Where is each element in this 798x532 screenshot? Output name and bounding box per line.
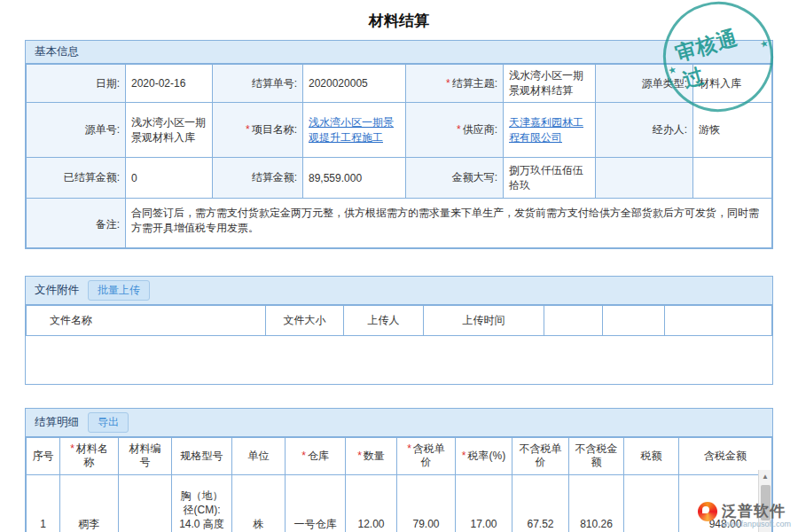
- col-qty: *数量: [346, 437, 397, 474]
- cell-qty: 12.00: [346, 474, 397, 532]
- handler-value: 游恢: [693, 103, 772, 158]
- required-mark: *: [407, 442, 411, 455]
- brand-url: www.fanpusoft.com: [722, 520, 791, 528]
- col-uploader: 上传人: [344, 306, 424, 336]
- amount-caps-value: 捌万玖仟伍佰伍拾玖: [504, 158, 596, 199]
- cell-price-with-tax: 79.00: [397, 474, 456, 532]
- details-header: 结算明细 导出: [26, 409, 772, 437]
- source-type-label: 源单类型:: [596, 65, 693, 103]
- col-file-name: 文件名称: [27, 306, 266, 336]
- attachments-panel: 文件附件 批量上传 文件名称 文件大小 上传人 上传时间: [25, 276, 773, 385]
- page-title: 材料结算: [0, 0, 798, 31]
- required-mark: *: [357, 450, 362, 462]
- project-label: *项目名称:: [213, 103, 303, 158]
- brand-watermark: 泛普软件 www.fanpusoft.com: [698, 501, 791, 528]
- remark-label: 备注:: [27, 199, 126, 248]
- empty-value-cell: [693, 158, 772, 199]
- basic-info-title: 基本信息: [35, 44, 79, 59]
- project-link[interactable]: 浅水湾小区一期景观提升工程施工: [309, 116, 394, 144]
- col-price-with-tax: *含税单价: [397, 437, 456, 474]
- cell-unit: 株: [232, 474, 286, 532]
- required-mark: *: [301, 450, 306, 462]
- supplier-link[interactable]: 天津嘉利园林工程有限公司: [509, 116, 583, 144]
- details-header-row: 序号 *材料名称 材料编号 规格型号 单位 *仓库 *数量 *含税单价 *税率(…: [27, 437, 772, 474]
- col-spec: 规格型号: [172, 437, 232, 474]
- cell-spec: 胸（地）径(CM): 14.0 高度(M): 5.0 冠幅(M*: [172, 474, 232, 532]
- required-mark: *: [457, 123, 461, 136]
- col-material-no: 材料编号: [119, 437, 172, 474]
- col-material-name: *材料名称: [60, 437, 119, 474]
- brand-logo-icon: [698, 502, 717, 521]
- supplier-label: *供应商:: [406, 103, 504, 158]
- col-unit: 单位: [232, 437, 286, 474]
- subject-label: *结算主题:: [406, 65, 504, 103]
- date-label: 日期:: [27, 65, 126, 103]
- required-mark: *: [70, 442, 74, 455]
- brand-name: 泛普软件: [722, 501, 786, 521]
- details-table: 序号 *材料名称 材料编号 规格型号 单位 *仓库 *数量 *含税单价 *税率(…: [26, 437, 772, 532]
- required-mark: *: [462, 450, 466, 462]
- cell-tax-rate: 17.00: [456, 474, 512, 532]
- col-upload-time: 上传时间: [424, 306, 544, 336]
- basic-info-panel: 基本信息 日期: 2020-02-16 结算单号: 2020020005 *结算…: [25, 40, 773, 249]
- attachments-title: 文件附件: [35, 283, 79, 298]
- col-tax-amount: 税额: [624, 437, 679, 474]
- col-empty-2: [603, 306, 665, 336]
- col-empty-1: [544, 306, 603, 336]
- attachments-empty-row: [27, 336, 772, 384]
- remark-value: 合同签订后，需方需支付货款定金两万元整，供方根据需方的需求量来下单生产，发货前需…: [126, 199, 772, 248]
- source-type-value: 材料入库: [693, 65, 772, 103]
- col-file-size: 文件大小: [266, 306, 344, 336]
- settle-amount-value: 89,559.000: [303, 158, 406, 199]
- cell-price-no-tax: 67.52: [512, 474, 569, 532]
- cell-seq: 1: [27, 474, 60, 532]
- scroll-up-icon[interactable]: ▲: [759, 470, 771, 483]
- col-price-no-tax: 不含税单价: [512, 437, 569, 474]
- col-amount-no-tax: 不含税金额: [569, 437, 624, 474]
- basic-info-table: 日期: 2020-02-16 结算单号: 2020020005 *结算主题: 浅…: [26, 64, 772, 248]
- basic-info-header: 基本信息: [26, 41, 772, 64]
- detail-row[interactable]: 1 稠李 胸（地）径(CM): 14.0 高度(M): 5.0 冠幅(M* 株 …: [27, 474, 772, 532]
- attachments-header: 文件附件 批量上传: [26, 277, 772, 305]
- supplier-value: 天津嘉利园林工程有限公司: [504, 103, 596, 158]
- settled-amount-label: 已结算金额:: [27, 158, 126, 199]
- attachments-table: 文件名称 文件大小 上传人 上传时间: [26, 305, 772, 384]
- required-mark: *: [446, 77, 450, 90]
- batch-upload-button[interactable]: 批量上传: [88, 280, 150, 301]
- cell-material-no: [119, 474, 172, 532]
- details-title: 结算明细: [35, 415, 79, 430]
- source-no-value: 浅水湾小区一期景观材料入库: [126, 103, 213, 158]
- cell-amount-no-tax: 810.26: [569, 474, 624, 532]
- subject-value: 浅水湾小区一期景观材料结算: [504, 65, 596, 103]
- cell-tax-amount: [624, 474, 679, 532]
- cell-warehouse: 一号仓库: [286, 474, 346, 532]
- col-warehouse: *仓库: [286, 437, 346, 474]
- project-value: 浅水湾小区一期景观提升工程施工: [303, 103, 406, 158]
- date-value: 2020-02-16: [126, 65, 213, 103]
- doc-no-value: 2020020005: [303, 65, 406, 103]
- details-panel: 结算明细 导出 序号 *材料名称 材料编号 规格型号 单位 *仓库 *数量 *含…: [25, 408, 773, 532]
- required-mark: *: [246, 123, 250, 136]
- col-seq: 序号: [27, 437, 60, 474]
- settled-amount-value: 0: [126, 158, 213, 199]
- doc-no-label: 结算单号:: [213, 65, 303, 103]
- empty-label-cell: [596, 158, 693, 199]
- col-tax-rate: *税率(%): [456, 437, 512, 474]
- export-button[interactable]: 导出: [88, 412, 129, 433]
- source-no-label: 源单号:: [27, 103, 126, 158]
- attachments-empty-area: [27, 336, 772, 384]
- amount-caps-label: 金额大写:: [406, 158, 504, 199]
- cell-material-name: 稠李: [60, 474, 119, 532]
- col-empty-3: [665, 306, 772, 336]
- attachments-header-row: 文件名称 文件大小 上传人 上传时间: [27, 306, 772, 336]
- handler-label: 经办人:: [596, 103, 693, 158]
- settle-amount-label: 结算金额:: [213, 158, 303, 199]
